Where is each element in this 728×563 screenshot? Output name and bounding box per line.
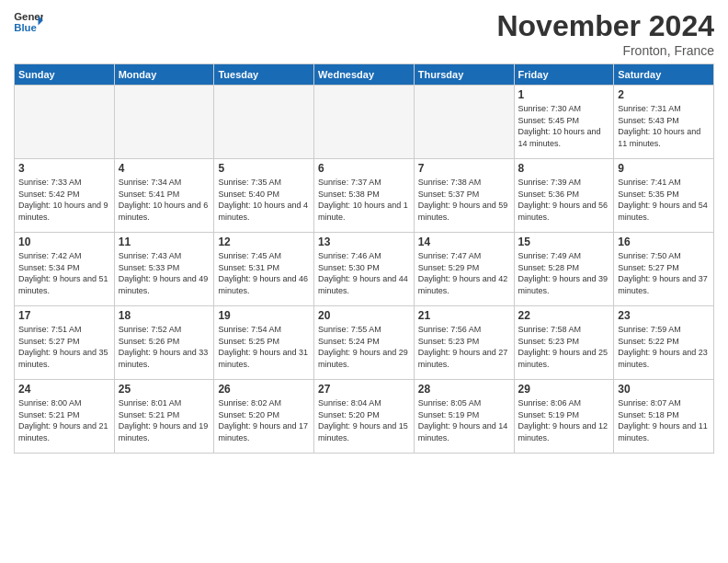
calendar-cell: 17Sunrise: 7:51 AM Sunset: 5:27 PM Dayli… — [15, 306, 115, 380]
day-number: 13 — [318, 236, 410, 248]
day-number: 17 — [18, 309, 110, 322]
cell-info: Sunrise: 7:35 AM Sunset: 5:40 PM Dayligh… — [218, 177, 310, 223]
cell-info: Sunrise: 7:39 AM Sunset: 5:36 PM Dayligh… — [518, 177, 610, 223]
day-number: 25 — [119, 383, 210, 396]
calendar-cell: 14Sunrise: 7:47 AM Sunset: 5:29 PM Dayli… — [414, 233, 514, 306]
calendar-cell — [15, 86, 115, 159]
calendar-cell: 18Sunrise: 7:52 AM Sunset: 5:26 PM Dayli… — [114, 306, 214, 380]
day-number: 11 — [119, 236, 210, 248]
day-number: 26 — [218, 383, 310, 396]
day-number: 14 — [418, 236, 510, 248]
calendar-cell: 7Sunrise: 7:38 AM Sunset: 5:37 PM Daylig… — [414, 159, 514, 233]
calendar-cell: 30Sunrise: 8:07 AM Sunset: 5:18 PM Dayli… — [614, 380, 714, 454]
cell-info: Sunrise: 7:41 AM Sunset: 5:35 PM Dayligh… — [618, 177, 710, 223]
day-number: 23 — [618, 309, 710, 322]
day-number: 12 — [218, 236, 310, 248]
cell-info: Sunrise: 7:43 AM Sunset: 5:33 PM Dayligh… — [119, 250, 210, 296]
col-saturday: Saturday — [614, 64, 714, 86]
cell-info: Sunrise: 8:05 AM Sunset: 5:19 PM Dayligh… — [418, 397, 510, 443]
calendar-cell: 4Sunrise: 7:34 AM Sunset: 5:41 PM Daylig… — [114, 159, 214, 233]
day-number: 16 — [618, 236, 710, 248]
calendar-cell: 11Sunrise: 7:43 AM Sunset: 5:33 PM Dayli… — [114, 233, 214, 306]
calendar-cell: 6Sunrise: 7:37 AM Sunset: 5:38 PM Daylig… — [314, 159, 415, 233]
day-number: 5 — [218, 162, 310, 175]
calendar-cell: 26Sunrise: 8:02 AM Sunset: 5:20 PM Dayli… — [214, 380, 314, 454]
cell-info: Sunrise: 7:51 AM Sunset: 5:27 PM Dayligh… — [18, 324, 110, 370]
header: General Blue November 2024 Fronton, Fran… — [14, 9, 714, 58]
cell-info: Sunrise: 7:55 AM Sunset: 5:24 PM Dayligh… — [318, 324, 410, 370]
logo-icon: General Blue — [14, 9, 43, 35]
calendar-cell — [114, 86, 214, 159]
day-number: 22 — [518, 309, 610, 322]
calendar-cell: 28Sunrise: 8:05 AM Sunset: 5:19 PM Dayli… — [414, 380, 514, 454]
svg-text:Blue: Blue — [14, 22, 37, 33]
calendar-cell — [314, 86, 415, 159]
week-row-2: 10Sunrise: 7:42 AM Sunset: 5:34 PM Dayli… — [15, 233, 714, 306]
calendar-cell: 13Sunrise: 7:46 AM Sunset: 5:30 PM Dayli… — [314, 233, 415, 306]
calendar-cell: 16Sunrise: 7:50 AM Sunset: 5:27 PM Dayli… — [614, 233, 714, 306]
calendar-cell: 21Sunrise: 7:56 AM Sunset: 5:23 PM Dayli… — [414, 306, 514, 380]
day-number: 6 — [318, 162, 410, 175]
calendar-cell: 27Sunrise: 8:04 AM Sunset: 5:20 PM Dayli… — [314, 380, 415, 454]
cell-info: Sunrise: 7:34 AM Sunset: 5:41 PM Dayligh… — [119, 177, 210, 223]
day-number: 7 — [418, 162, 510, 175]
day-number: 30 — [618, 383, 710, 396]
cell-info: Sunrise: 7:58 AM Sunset: 5:23 PM Dayligh… — [518, 324, 610, 370]
cell-info: Sunrise: 8:04 AM Sunset: 5:20 PM Dayligh… — [318, 397, 410, 443]
day-number: 29 — [518, 383, 610, 396]
calendar-cell — [414, 86, 514, 159]
cell-info: Sunrise: 7:56 AM Sunset: 5:23 PM Dayligh… — [418, 324, 510, 370]
calendar-cell: 23Sunrise: 7:59 AM Sunset: 5:22 PM Dayli… — [614, 306, 714, 380]
cell-info: Sunrise: 7:52 AM Sunset: 5:26 PM Dayligh… — [119, 324, 210, 370]
col-monday: Monday — [114, 64, 214, 86]
cell-info: Sunrise: 7:47 AM Sunset: 5:29 PM Dayligh… — [418, 250, 510, 296]
location: Fronton, France — [496, 43, 714, 58]
day-number: 9 — [618, 162, 710, 175]
cell-info: Sunrise: 8:00 AM Sunset: 5:21 PM Dayligh… — [18, 397, 110, 443]
cell-info: Sunrise: 7:33 AM Sunset: 5:42 PM Dayligh… — [18, 177, 110, 223]
calendar-cell: 10Sunrise: 7:42 AM Sunset: 5:34 PM Dayli… — [15, 233, 115, 306]
day-number: 1 — [518, 88, 610, 101]
day-number: 21 — [418, 309, 510, 322]
day-number: 3 — [18, 162, 110, 175]
cell-info: Sunrise: 8:07 AM Sunset: 5:18 PM Dayligh… — [618, 397, 710, 443]
calendar-cell — [214, 86, 314, 159]
calendar-cell: 19Sunrise: 7:54 AM Sunset: 5:25 PM Dayli… — [214, 306, 314, 380]
day-number: 24 — [18, 383, 110, 396]
cell-info: Sunrise: 7:38 AM Sunset: 5:37 PM Dayligh… — [418, 177, 510, 223]
week-row-3: 17Sunrise: 7:51 AM Sunset: 5:27 PM Dayli… — [15, 306, 714, 380]
day-number: 4 — [119, 162, 210, 175]
col-sunday: Sunday — [15, 64, 115, 86]
cell-info: Sunrise: 7:42 AM Sunset: 5:34 PM Dayligh… — [18, 250, 110, 296]
cell-info: Sunrise: 7:30 AM Sunset: 5:45 PM Dayligh… — [518, 103, 610, 149]
week-row-0: 1Sunrise: 7:30 AM Sunset: 5:45 PM Daylig… — [15, 86, 714, 159]
col-friday: Friday — [514, 64, 614, 86]
calendar-cell: 2Sunrise: 7:31 AM Sunset: 5:43 PM Daylig… — [614, 86, 714, 159]
calendar-cell: 8Sunrise: 7:39 AM Sunset: 5:36 PM Daylig… — [514, 159, 614, 233]
title-block: November 2024 Fronton, France — [496, 9, 714, 58]
day-number: 19 — [218, 309, 310, 322]
calendar-cell: 15Sunrise: 7:49 AM Sunset: 5:28 PM Dayli… — [514, 233, 614, 306]
cell-info: Sunrise: 7:59 AM Sunset: 5:22 PM Dayligh… — [618, 324, 710, 370]
logo: General Blue — [14, 9, 43, 35]
cell-info: Sunrise: 7:50 AM Sunset: 5:27 PM Dayligh… — [618, 250, 710, 296]
calendar-cell: 20Sunrise: 7:55 AM Sunset: 5:24 PM Dayli… — [314, 306, 415, 380]
header-row: Sunday Monday Tuesday Wednesday Thursday… — [15, 64, 714, 86]
cell-info: Sunrise: 7:45 AM Sunset: 5:31 PM Dayligh… — [218, 250, 310, 296]
calendar-cell: 3Sunrise: 7:33 AM Sunset: 5:42 PM Daylig… — [15, 159, 115, 233]
calendar-cell: 24Sunrise: 8:00 AM Sunset: 5:21 PM Dayli… — [15, 380, 115, 454]
day-number: 20 — [318, 309, 410, 322]
day-number: 8 — [518, 162, 610, 175]
calendar-cell: 25Sunrise: 8:01 AM Sunset: 5:21 PM Dayli… — [114, 380, 214, 454]
calendar-cell: 5Sunrise: 7:35 AM Sunset: 5:40 PM Daylig… — [214, 159, 314, 233]
day-number: 2 — [618, 88, 710, 101]
col-thursday: Thursday — [414, 64, 514, 86]
day-number: 10 — [18, 236, 110, 248]
day-number: 27 — [318, 383, 410, 396]
day-number: 28 — [418, 383, 510, 396]
week-row-4: 24Sunrise: 8:00 AM Sunset: 5:21 PM Dayli… — [15, 380, 714, 454]
col-wednesday: Wednesday — [314, 64, 415, 86]
calendar-cell: 22Sunrise: 7:58 AM Sunset: 5:23 PM Dayli… — [514, 306, 614, 380]
cell-info: Sunrise: 7:49 AM Sunset: 5:28 PM Dayligh… — [518, 250, 610, 296]
calendar-table: Sunday Monday Tuesday Wednesday Thursday… — [14, 63, 714, 454]
